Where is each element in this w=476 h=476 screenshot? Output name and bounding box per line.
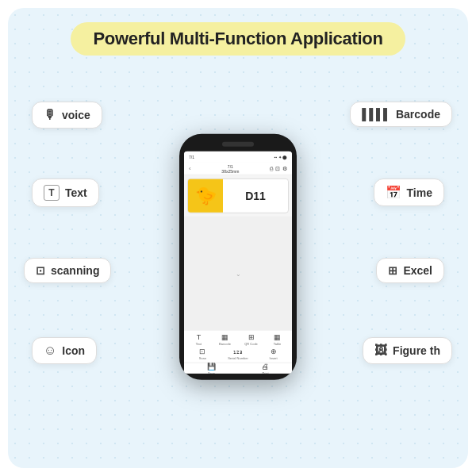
status-time: 7/1 bbox=[189, 155, 194, 159]
nav-title: 7/1 38x25mm bbox=[221, 163, 239, 173]
serial-toolbar-icon: ₁₂₃ bbox=[233, 347, 243, 355]
toolbar-row-1: T Text ▦ Barcode ⊞ QR Code ▦ bbox=[186, 333, 290, 346]
toolbar-text[interactable]: T Text bbox=[190, 333, 208, 346]
scan-icon: ⊡ bbox=[36, 264, 45, 277]
save-icon: 💾 bbox=[207, 362, 216, 370]
badge-text: T Text bbox=[32, 178, 99, 207]
voice-icon: 🎙 bbox=[44, 108, 56, 122]
figure-label: Figure th bbox=[393, 344, 440, 357]
qr-toolbar-icon: ⊞ bbox=[248, 333, 255, 341]
app-container: Powerful Multi-Function Application 7/1 … bbox=[8, 8, 468, 468]
badge-scanning: ⊡ scanning bbox=[24, 258, 111, 283]
scan-toolbar-icon: ⊡ bbox=[199, 347, 205, 355]
barcode-toolbar-icon: ▦ bbox=[221, 333, 228, 341]
status-signal: ▪▪ ✦ ⬤ bbox=[274, 155, 287, 159]
phone-nav-bar: ‹ 7/1 38x25mm ⎙ ⊡ ⚙ bbox=[184, 163, 292, 175]
phone-toolbar[interactable]: T Text ▦ Barcode ⊞ QR Code ▦ bbox=[184, 331, 292, 363]
badge-time: 📅 Time bbox=[374, 178, 444, 206]
voice-label: voice bbox=[62, 109, 90, 121]
print-btn[interactable]: 🖨 Print bbox=[262, 362, 269, 374]
expand-icon: ⌄ bbox=[236, 270, 241, 277]
badge-icon-feature: ☺ Icon bbox=[32, 337, 97, 364]
phone-bottom-bar: 💾 Save 🖨 Print bbox=[184, 363, 292, 374]
badge-barcode: ▌▌▌▌ Barcode bbox=[350, 102, 452, 127]
phone-screen: 7/1 ▪▪ ✦ ⬤ ‹ 7/1 38x25mm ⎙ ⊡ ⚙ bbox=[184, 152, 292, 374]
back-chevron-icon[interactable]: ‹ bbox=[189, 165, 191, 172]
table-toolbar-icon: ▦ bbox=[274, 333, 281, 341]
time-icon: 📅 bbox=[386, 185, 401, 200]
label-preview: 🐤 D11 bbox=[187, 178, 289, 213]
nav-icons: ⎙ ⊡ ⚙ bbox=[270, 165, 287, 171]
label-d11-text: D11 bbox=[223, 190, 288, 202]
settings-icon[interactable]: ⚙ bbox=[282, 165, 287, 171]
content-area: 7/1 ▪▪ ✦ ⬤ ‹ 7/1 38x25mm ⎙ ⊡ ⚙ bbox=[8, 56, 468, 468]
title-text: Powerful Multi-Function Application bbox=[93, 29, 382, 48]
barcode-icon: ▌▌▌▌ bbox=[362, 108, 390, 121]
duck-emoji: 🐤 bbox=[188, 178, 223, 213]
phone-mockup: 7/1 ▪▪ ✦ ⬤ ‹ 7/1 38x25mm ⎙ ⊡ ⚙ bbox=[179, 134, 297, 380]
phone-notch bbox=[222, 142, 254, 147]
text-icon: T bbox=[44, 185, 60, 201]
badge-figure: 🖼 Figure th bbox=[363, 337, 452, 364]
toolbar-table[interactable]: ▦ Table bbox=[269, 333, 286, 346]
toolbar-qrcode[interactable]: ⊞ QR Code bbox=[243, 333, 260, 346]
toolbar-row-2: ⊡ Scan ₁₂₃ Serial Number ⊕ Insert bbox=[186, 347, 290, 360]
barcode-label: Barcode bbox=[396, 108, 440, 121]
icon-label: Icon bbox=[62, 344, 85, 357]
scanning-label: scanning bbox=[51, 264, 99, 277]
image-icon: 🖼 bbox=[374, 344, 387, 358]
toolbar-insert[interactable]: ⊕ Insert bbox=[265, 347, 282, 360]
text-label: Text bbox=[65, 186, 87, 199]
phone-middle-area: ⌄ bbox=[184, 217, 292, 331]
insert-toolbar-icon: ⊕ bbox=[271, 347, 277, 355]
save-btn[interactable]: 💾 Save bbox=[207, 362, 216, 374]
layout-icon[interactable]: ⊡ bbox=[275, 165, 280, 171]
toolbar-barcode[interactable]: ▦ Barcode bbox=[217, 333, 234, 346]
smiley-icon: ☺ bbox=[44, 344, 56, 358]
text-toolbar-icon: T bbox=[197, 333, 202, 341]
app-title: Powerful Multi-Function Application bbox=[71, 22, 405, 56]
excel-label: Excel bbox=[403, 264, 432, 277]
print-icon: 🖨 bbox=[262, 362, 269, 370]
toolbar-scan[interactable]: ⊡ Scan bbox=[194, 347, 211, 360]
share-icon[interactable]: ⎙ bbox=[270, 165, 273, 171]
phone-status-bar: 7/1 ▪▪ ✦ ⬤ bbox=[184, 152, 292, 163]
time-label: Time bbox=[407, 186, 432, 199]
excel-icon: ⊞ bbox=[388, 264, 397, 277]
badge-excel: ⊞ Excel bbox=[376, 258, 444, 283]
toolbar-serial[interactable]: ₁₂₃ Serial Number bbox=[228, 347, 248, 360]
badge-voice: 🎙 voice bbox=[32, 102, 102, 129]
